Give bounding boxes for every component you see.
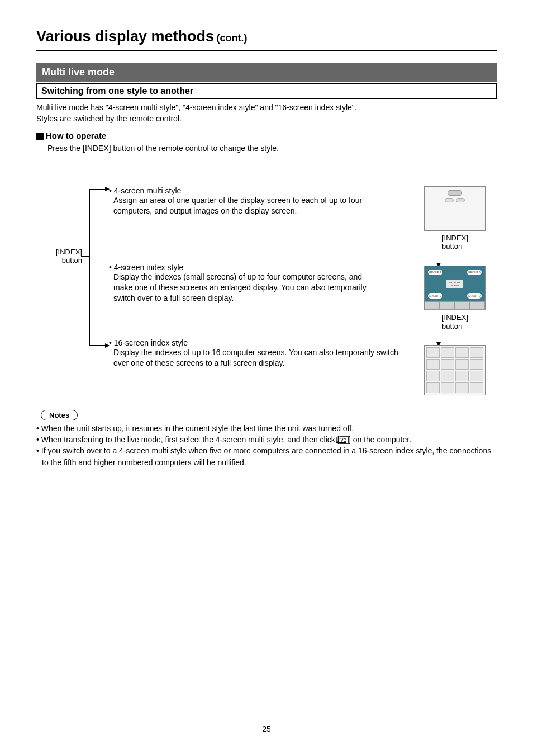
style-title: • 4-screen index style <box>109 263 377 272</box>
how-to-heading: How to operate <box>36 131 497 141</box>
note-text: When transferring to the live mode, firs… <box>41 435 340 444</box>
style-title: • 16-screen index style <box>109 338 399 347</box>
bracket-line <box>89 189 109 346</box>
style-title: • 4-screen multi style <box>109 186 377 195</box>
notes-section: Notes • When the unit starts up, it resu… <box>36 410 497 468</box>
note-item: • If you switch over to a 4-screen multi… <box>36 445 497 468</box>
live-tag-icon: Live <box>340 436 349 444</box>
bracket-mid-line <box>89 267 109 267</box>
notes-heading: Notes <box>41 410 78 420</box>
note-item: • When the unit starts up, it resumes in… <box>36 423 497 434</box>
note-item: • When transferring to the live mode, fi… <box>36 434 497 445</box>
note-text: ] on the computer. <box>349 435 411 444</box>
arrow-right-icon <box>89 346 106 346</box>
arrow-right-icon <box>89 189 106 190</box>
index-button-label-left: [INDEX] button <box>56 248 82 265</box>
illustration-4index: GROUP A GROUP B GROUP C GROUP D NETWORK … <box>424 266 486 310</box>
section-bar: Multi live mode <box>36 63 497 82</box>
diagram-illustrations: [INDEX] button GROUP A GROUP B GROUP C G… <box>424 186 486 398</box>
page-number: 25 <box>262 725 271 734</box>
page-title-main: Various display methods <box>36 28 214 45</box>
style-desc: Display the indexes (small screens) of u… <box>113 272 377 304</box>
style-block-4index: • 4-screen index style Display the index… <box>109 263 377 304</box>
style-desc: Display the indexes of up to 16 computer… <box>113 347 399 368</box>
index-button-label: [INDEX] button <box>442 234 486 251</box>
group-node: GROUP B <box>467 270 482 275</box>
illustration-16index <box>424 345 486 395</box>
style-block-4multi: • 4-screen multi style Assign an area of… <box>109 186 377 216</box>
group-node: GROUP A <box>428 270 442 275</box>
page-title-cont: (cont.) <box>217 32 248 44</box>
index-button-label: [INDEX] button <box>442 313 486 330</box>
group-node: GROUP C <box>428 293 442 299</box>
projector-icon <box>448 190 462 196</box>
page-header: Various display methods (cont.) <box>36 28 497 45</box>
how-to-heading-text: How to operate <box>46 131 106 140</box>
network-center: NETWORK BOARD <box>446 280 463 288</box>
square-bullet-icon <box>36 133 44 140</box>
subsection-heading: Switching from one style to another <box>36 83 497 99</box>
arrow-down-icon <box>439 332 439 343</box>
network-layout: GROUP A GROUP B GROUP C GROUP D NETWORK … <box>427 268 483 300</box>
note-text: When the unit starts up, it resumes in t… <box>41 424 354 433</box>
group-node: GROUP D <box>467 293 482 299</box>
thumbnail-strip <box>425 301 485 310</box>
projector-buttons-icon <box>445 198 465 202</box>
notes-list: • When the unit starts up, it resumes in… <box>36 423 497 468</box>
title-underline <box>36 50 497 51</box>
note-text: If you switch over to a 4-screen multi s… <box>41 446 491 466</box>
intro-text: Multi live mode has "4-screen multi styl… <box>36 102 497 124</box>
how-to-text: Press the [INDEX] button of the remote c… <box>47 144 497 153</box>
illustration-4multi <box>424 186 486 231</box>
style-desc: Assign an area of one quarter of the dis… <box>113 195 377 216</box>
diagram-area: [INDEX] button • 4-screen multi style As… <box>36 175 497 410</box>
intro-line-2: Styles are switched by the remote contro… <box>36 114 182 123</box>
arrow-down-icon <box>439 253 439 264</box>
bracket-tick <box>81 256 89 257</box>
style-block-16index: • 16-screen index style Display the inde… <box>109 338 399 368</box>
intro-line-1: Multi live mode has "4-screen multi styl… <box>36 103 357 112</box>
